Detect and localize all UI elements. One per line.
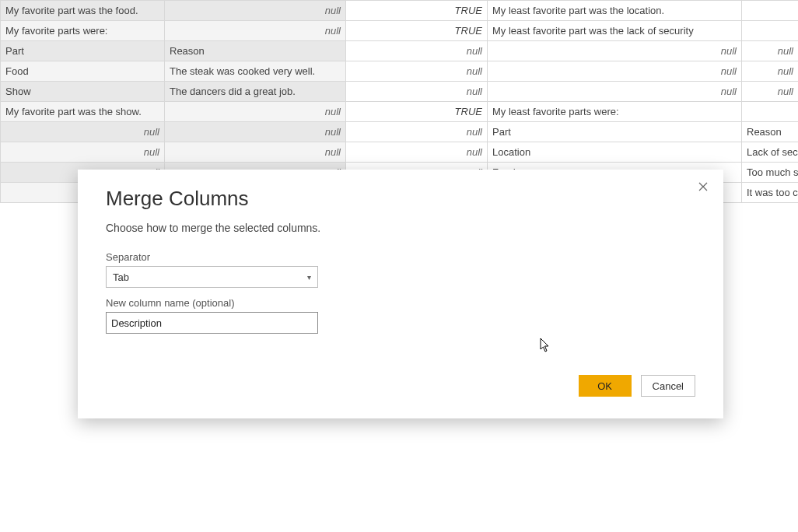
table-cell[interactable]: Location <box>488 142 742 163</box>
table-cell[interactable]: Lack of security <box>742 142 799 163</box>
separator-label: Separator <box>106 251 695 263</box>
table-cell[interactable]: null <box>1 122 165 142</box>
separator-value: Tab <box>113 271 129 283</box>
ok-button[interactable]: OK <box>579 375 632 397</box>
table-cell[interactable]: My favorite part was the show. <box>1 102 165 122</box>
new-column-label: New column name (optional) <box>106 297 695 309</box>
table-cell[interactable]: null <box>742 41 799 61</box>
table-cell[interactable]: TRUE <box>346 21 488 41</box>
table-cell[interactable]: null <box>1 142 165 163</box>
table-cell[interactable]: null <box>346 82 488 102</box>
table-cell[interactable]: The dancers did a great job. <box>165 82 346 102</box>
separator-select[interactable]: Tab ▾ <box>106 266 318 288</box>
table-cell[interactable] <box>742 102 799 122</box>
table-cell[interactable]: null <box>346 61 488 82</box>
table-cell[interactable]: Food <box>1 61 165 82</box>
table-cell[interactable]: My least favorite parts were: <box>488 102 742 122</box>
dialog-buttons: OK Cancel <box>579 375 695 397</box>
table-cell[interactable]: null <box>488 82 742 102</box>
table-cell[interactable]: null <box>488 61 742 82</box>
table-cell[interactable]: The steak was cooked very well. <box>165 61 346 82</box>
table-cell[interactable]: null <box>165 21 346 41</box>
dialog-subtitle: Choose how to merge the selected columns… <box>106 222 695 234</box>
table-cell[interactable]: My favorite part was the food. <box>1 1 165 21</box>
table-cell[interactable]: null <box>165 102 346 122</box>
table-cell[interactable] <box>742 21 799 41</box>
table-cell[interactable]: Reason <box>165 41 346 61</box>
table-cell[interactable]: null <box>742 82 799 102</box>
close-icon[interactable] <box>694 177 712 196</box>
table-cell[interactable]: null <box>488 41 742 61</box>
table-cell[interactable]: null <box>165 122 346 142</box>
dialog-title: Merge Columns <box>106 187 695 211</box>
chevron-down-icon: ▾ <box>307 273 311 282</box>
table-cell[interactable]: null <box>346 142 488 163</box>
table-cell[interactable]: null <box>742 61 799 82</box>
table-cell[interactable]: My least favorite part was the lack of s… <box>488 21 742 41</box>
cancel-button[interactable]: Cancel <box>641 375 695 397</box>
table-cell[interactable]: My favorite parts were: <box>1 21 165 41</box>
new-column-input[interactable] <box>106 312 318 334</box>
table-cell[interactable]: Part <box>488 122 742 142</box>
table-cell[interactable]: My least favorite part was the location. <box>488 1 742 21</box>
table-cell[interactable]: null <box>346 41 488 61</box>
table-cell[interactable]: TRUE <box>346 1 488 21</box>
table-cell[interactable] <box>742 1 799 21</box>
table-cell[interactable]: Too much salt <box>742 163 799 183</box>
table-cell[interactable]: TRUE <box>346 102 488 122</box>
table-cell[interactable]: null <box>165 1 346 21</box>
table-cell[interactable]: It was too cold <box>742 183 799 203</box>
table-cell[interactable]: Show <box>1 82 165 102</box>
table-cell[interactable]: Reason <box>742 122 799 142</box>
table-cell[interactable]: null <box>165 142 346 163</box>
table-cell[interactable]: Part <box>1 41 165 61</box>
merge-columns-dialog: Merge Columns Choose how to merge the se… <box>78 170 723 418</box>
table-cell[interactable]: null <box>346 122 488 142</box>
